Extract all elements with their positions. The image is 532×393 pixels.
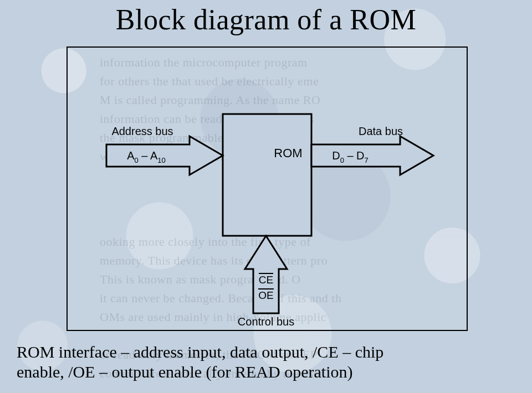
svg-marker-0 bbox=[106, 136, 223, 175]
control-bus-arrow: Control bus CE OE bbox=[238, 236, 294, 328]
address-bus-arrow: Address bus A0 – A10 bbox=[106, 125, 223, 175]
svg-marker-1 bbox=[311, 136, 433, 175]
slide: Block diagram of a ROM information the m… bbox=[0, 0, 532, 393]
oe-signal: OE bbox=[258, 289, 274, 301]
data-bus-caption: Data bus bbox=[359, 125, 403, 137]
page-title: Block diagram of a ROM bbox=[0, 0, 532, 36]
caption-line-2: enable, /OE – output enable (for READ op… bbox=[17, 363, 352, 381]
address-bus-caption: Address bus bbox=[111, 125, 173, 137]
rom-block-label: ROM bbox=[274, 146, 302, 160]
svg-text:OE: OE bbox=[258, 289, 273, 301]
diagram-frame: ROM Address bus A0 – A10 Data bus D0 – D… bbox=[66, 46, 468, 331]
ce-signal: CE bbox=[259, 273, 273, 286]
svg-text:CE: CE bbox=[259, 274, 273, 286]
data-bus-arrow: Data bus D0 – D7 bbox=[311, 125, 433, 175]
slide-caption: ROM interface – address input, data outp… bbox=[17, 342, 499, 382]
control-bus-caption: Control bus bbox=[238, 316, 294, 328]
rom-block-diagram: ROM Address bus A0 – A10 Data bus D0 – D… bbox=[68, 48, 467, 330]
caption-line-1: ROM interface – address input, data outp… bbox=[17, 343, 383, 361]
rom-block bbox=[223, 114, 311, 236]
